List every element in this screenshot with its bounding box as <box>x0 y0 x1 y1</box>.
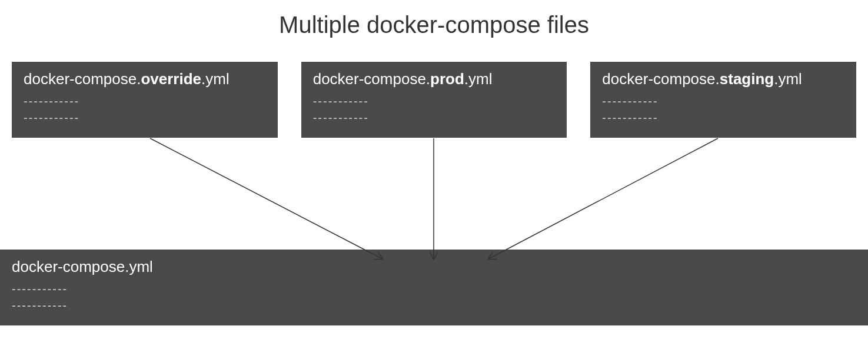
placeholder-line: ----------- <box>313 109 556 126</box>
placeholder-line: ----------- <box>313 93 556 109</box>
file-name-prod: docker-compose.prod.yml <box>313 70 556 88</box>
placeholder-line: ----------- <box>602 93 844 109</box>
file-suffix: .yml <box>201 70 230 88</box>
file-box-base: docker-compose.yml ----------- ---------… <box>0 250 868 325</box>
placeholder-line: ----------- <box>12 281 856 297</box>
arrow-override-to-base <box>150 138 383 259</box>
file-prefix: docker-compose. <box>602 70 719 88</box>
file-box-prod: docker-compose.prod.yml ----------- ----… <box>301 62 567 138</box>
placeholder-line: ----------- <box>602 109 844 126</box>
file-name-base: docker-compose.yml <box>12 258 856 276</box>
file-name-override: docker-compose.override.yml <box>24 70 266 88</box>
top-files-row: docker-compose.override.yml ----------- … <box>0 62 868 138</box>
placeholder-line: ----------- <box>24 109 266 126</box>
file-box-staging: docker-compose.staging.yml ----------- -… <box>590 62 856 138</box>
file-prefix: docker-compose. <box>313 70 430 88</box>
file-box-override: docker-compose.override.yml ----------- … <box>12 62 278 138</box>
file-bold: override <box>141 70 201 88</box>
arrow-staging-to-base <box>488 138 718 259</box>
file-suffix: .yml <box>774 70 802 88</box>
file-bold: staging <box>720 70 774 88</box>
file-prefix: docker-compose. <box>24 70 141 88</box>
placeholder-line: ----------- <box>24 93 266 109</box>
file-suffix: .yml <box>464 70 493 88</box>
file-name-staging: docker-compose.staging.yml <box>602 70 844 88</box>
file-bold: prod <box>430 70 464 88</box>
bottom-file-row: docker-compose.yml ----------- ---------… <box>0 250 868 325</box>
diagram-title: Multiple docker-compose files <box>0 0 868 50</box>
placeholder-line: ----------- <box>12 297 856 314</box>
